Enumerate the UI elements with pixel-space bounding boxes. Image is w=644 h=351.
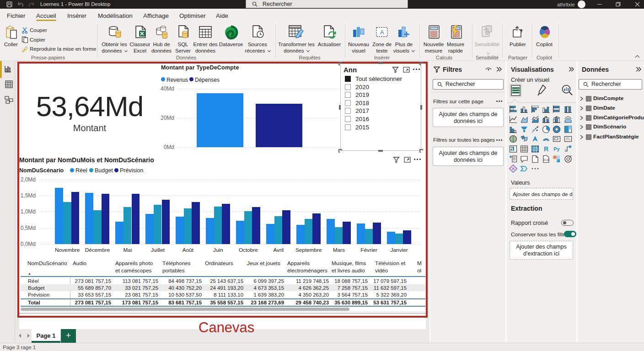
- svg-text:R: R: [544, 145, 548, 153]
- svg-text:ACE: ACE: [543, 159, 549, 161]
- svg-text:A: A: [380, 29, 384, 36]
- svg-text:⌘: ⌘: [511, 167, 515, 171]
- svg-text:Py: Py: [553, 146, 560, 152]
